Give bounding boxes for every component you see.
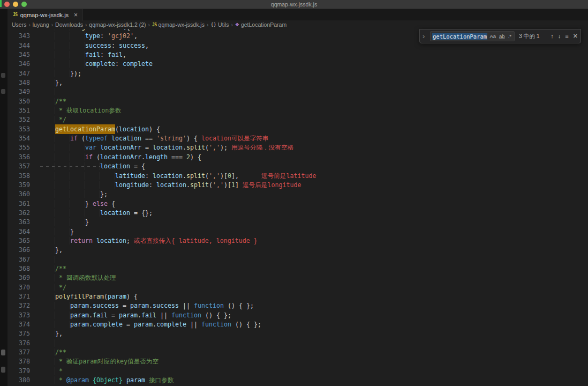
code-line-content: /** <box>30 98 66 105</box>
code-line[interactable]: 350 /** <box>7 97 588 106</box>
code-line[interactable]: 363 } <box>7 218 588 227</box>
code-line[interactable]: 361 } else { <box>7 199 588 209</box>
token-ws <box>40 42 85 49</box>
token-kw2: function <box>201 321 231 328</box>
breadcrumb-item[interactable]: luyang <box>33 21 49 28</box>
code-line[interactable]: 351 * 获取location参数 <box>7 106 588 115</box>
breadcrumb-item[interactable]: Users <box>12 21 26 28</box>
find-input[interactable]: getLocationParam Aa ab .* <box>430 31 515 41</box>
find-widget: › getLocationParam Aa ab .* 3 中的 1 ↑ ↓ ≡… <box>419 29 581 43</box>
tab-qqmap-wx-jssdk[interactable]: JS qqmap-wx-jssdk.js × <box>7 9 83 21</box>
breadcrumb-separator: › <box>28 22 30 28</box>
code-line[interactable]: 359 longitude: location.split(',')[1] 逗号… <box>7 181 588 190</box>
token-prop: longitude <box>115 181 149 189</box>
token-ws <box>40 330 55 337</box>
code-line[interactable]: 347 }); <box>7 69 588 78</box>
code-line[interactable]: 369 * 回调函数默认处理 <box>7 273 588 283</box>
code-line[interactable]: 376 <box>7 339 588 348</box>
match-case-toggle-icon[interactable]: Aa <box>488 33 497 40</box>
token-txt: = {}; <box>130 209 153 217</box>
code-line-content: } <box>30 218 89 226</box>
code-line[interactable]: 362 location = {}; <box>7 209 588 218</box>
token-var: location <box>119 125 149 133</box>
token-ws <box>40 218 85 226</box>
find-next-icon[interactable]: ↓ <box>558 33 561 39</box>
breadcrumb-item[interactable]: {}Utils <box>210 21 229 28</box>
token-txt: . <box>78 29 81 31</box>
edge-mark <box>1 367 5 373</box>
token-num: 1 <box>231 181 235 189</box>
code-line[interactable]: 371 polyfillParam(param) { <box>7 292 588 301</box>
token-txt: === <box>168 153 186 161</box>
find-toggle-replace-chevron[interactable]: › <box>423 33 427 40</box>
token-txt: ( <box>205 172 209 180</box>
code-line[interactable]: 365 return location; 或者直接传入{ latitude, l… <box>7 236 588 246</box>
code-line[interactable]: 356 if (locationArr.length === 2) { <box>7 153 588 162</box>
code-line[interactable]: 358 latitude: location.split(',')[0], 逗号… <box>7 172 588 181</box>
code-line[interactable]: 355 var locationArr = location.split(','… <box>7 143 588 152</box>
line-number: 350 <box>7 97 30 106</box>
code-line-content: * 回调函数默认处理 <box>30 274 116 281</box>
code-line[interactable]: 345 fail: fail, <box>7 50 588 60</box>
code-line[interactable]: 348 }, <box>7 78 588 87</box>
code-line[interactable]: 349 <box>7 87 588 96</box>
find-in-selection-icon[interactable]: ≡ <box>565 33 568 39</box>
code-line[interactable]: 380 * @param {Object} param 接口参数 <box>7 376 588 385</box>
line-number: 376 <box>7 339 30 348</box>
token-jtype: {Object} <box>93 376 123 384</box>
code-line[interactable]: 357 location = { <box>7 162 588 171</box>
token-prop: length <box>145 153 168 161</box>
regex-toggle-icon[interactable]: .* <box>507 33 512 40</box>
token-ws <box>40 51 85 58</box>
code-line[interactable]: 378 * 验证param对应的key值是否为空 <box>7 357 588 366</box>
breadcrumb-item[interactable]: ❖getLocationParam <box>235 21 287 28</box>
code-area[interactable]: 342 wx.getLocation({343 type: 'gcj02',34… <box>7 29 588 386</box>
breadcrumb-item-label: luyang <box>33 21 49 28</box>
code-line[interactable]: 368 /** <box>7 264 588 273</box>
screen-edge-artifact <box>0 0 2 7</box>
code-line[interactable]: 366 }, <box>7 246 588 255</box>
token-fn: split <box>186 144 205 151</box>
token-ws <box>40 29 70 31</box>
token-txt: : <box>111 42 119 49</box>
line-number: 360 <box>7 190 30 199</box>
code-line[interactable]: 377 /** <box>7 348 588 357</box>
code-line[interactable]: 354 if (typeof location == 'string') { l… <box>7 134 588 143</box>
whole-word-toggle-icon[interactable]: ab <box>498 33 506 40</box>
token-kw: if <box>70 135 78 142</box>
code-line[interactable]: 353 getLocationParam(location) { <box>7 125 588 134</box>
code-line[interactable]: 346 complete: complete <box>7 60 588 69</box>
code-line[interactable]: 375 }, <box>7 329 588 338</box>
code-line[interactable]: 370 */ <box>7 283 588 292</box>
token-cm <box>89 376 93 384</box>
find-previous-icon[interactable]: ↑ <box>551 33 554 39</box>
code-line[interactable]: 360 }; <box>7 190 588 199</box>
token-txt: ( <box>209 181 213 189</box>
token-var: locationArr <box>100 153 141 161</box>
line-number: 369 <box>7 273 30 283</box>
breadcrumb-item[interactable]: JSqqmap-wx-jssdk.js <box>152 21 205 28</box>
code-line[interactable]: 374 param.complete = param.complete || f… <box>7 320 588 329</box>
token-str: ',' <box>213 181 224 189</box>
code-line-content: param.complete = param.complete || funct… <box>30 321 261 328</box>
breadcrumb-item-label: Utils <box>218 21 229 28</box>
find-query-text[interactable]: getLocationParam <box>432 33 487 40</box>
code-line[interactable]: 352 */ <box>7 115 588 124</box>
code-line[interactable]: 379 * <box>7 367 588 376</box>
code-line-content <box>30 256 63 263</box>
line-number: 371 <box>7 292 30 301</box>
tab-close-icon[interactable]: × <box>74 12 78 18</box>
code-line[interactable]: 372 param.success = param.success || fun… <box>7 301 588 310</box>
find-results-count: 3 中的 1 <box>519 33 540 40</box>
token-cm: /** <box>55 348 66 356</box>
code-line[interactable]: 373 param.fail = param.fail || function … <box>7 311 588 320</box>
code-line[interactable]: 367 <box>7 255 588 264</box>
token-txt: () { }; <box>224 302 254 309</box>
code-line[interactable]: 364 } <box>7 227 588 236</box>
find-close-icon[interactable]: ✕ <box>573 33 578 39</box>
breadcrumb-item[interactable]: qqmap-wx-jssdk1.2 (2) <box>89 21 146 28</box>
token-red: 逗号后是longitude <box>239 181 301 189</box>
token-ws <box>40 228 70 235</box>
breadcrumb-item[interactable]: Downloads <box>55 21 83 28</box>
token-var: location <box>96 237 126 244</box>
